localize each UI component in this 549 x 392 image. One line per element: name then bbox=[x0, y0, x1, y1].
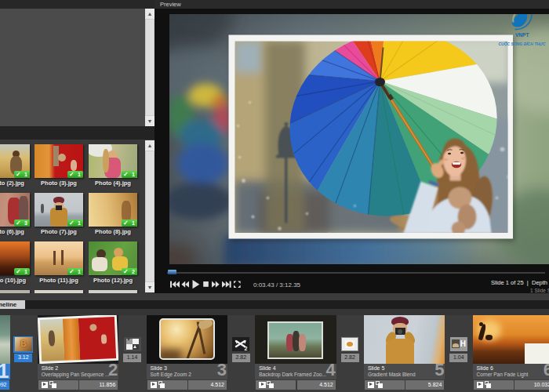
svg-text:2: 2 bbox=[245, 346, 248, 351]
svg-text:VNPT: VNPT bbox=[515, 32, 529, 38]
svg-text:0:03.43 / 3:12.35: 0:03.43 / 3:12.35 bbox=[253, 281, 301, 289]
svg-text:CUỘC SỐNG ĐÍCH THỰC: CUỘC SỐNG ĐÍCH THỰC bbox=[498, 41, 545, 46]
